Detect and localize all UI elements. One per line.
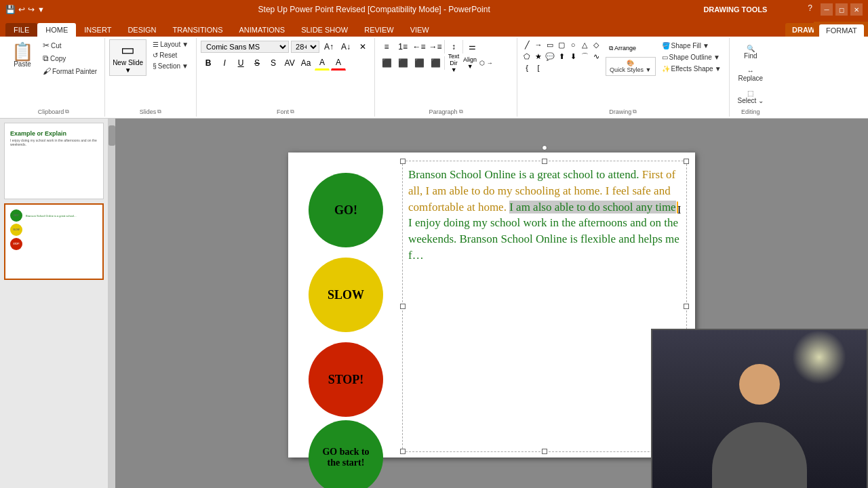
new-slide-button[interactable]: ▭ New Slide ▼ [109, 39, 146, 76]
decrease-font-size-button[interactable]: A↓ [338, 39, 353, 54]
undo-icon[interactable]: ↩ [18, 5, 25, 14]
shape-rect[interactable]: ▭ [545, 39, 555, 50]
bullets-button[interactable]: ≡ [379, 39, 394, 54]
font-family-select[interactable]: Comic Sans MS [201, 41, 289, 53]
format-painter-button[interactable]: 🖌 Format Painter [39, 65, 100, 77]
shape-effects-button[interactable]: ✨ Effects Shape ▼ [658, 64, 725, 74]
shape-round-rect[interactable]: ▢ [556, 39, 567, 50]
stop-circle[interactable]: STOP! [309, 342, 383, 417]
underline-button[interactable]: U [233, 56, 248, 70]
help-icon[interactable]: ? [808, 3, 812, 16]
numbering-button[interactable]: 1≡ [395, 39, 410, 54]
close-button[interactable]: ✕ [850, 3, 863, 16]
shape-fill-button[interactable]: 🪣 Shape Fill ▼ [658, 41, 725, 51]
paste-button[interactable]: 📋 Paste [7, 39, 38, 71]
shape-arrow[interactable]: → [533, 39, 544, 50]
new-slide-dropdown[interactable]: ▼ [125, 66, 132, 74]
shape-outline-button[interactable]: ▭ Shape Outline ▼ [658, 52, 725, 62]
drawing-expand-icon[interactable]: ⧉ [633, 108, 637, 115]
tab-animations[interactable]: ANIMATIONS [231, 23, 294, 37]
section-button[interactable]: § Section ▼ [149, 61, 192, 71]
slide-thumb-2[interactable]: GO! SLOW STOP! Branson School Online is … [4, 203, 104, 280]
increase-font-size-button[interactable]: A↑ [321, 39, 336, 54]
tab-home[interactable]: HOME [37, 23, 76, 37]
shape-triangle[interactable]: △ [579, 39, 590, 50]
text-shadow-button[interactable]: S [266, 56, 281, 70]
tab-slideshow[interactable]: SLIDE SHOW [293, 23, 356, 37]
italic-button[interactable]: I [217, 56, 232, 70]
shape-line[interactable]: ╱ [521, 39, 532, 50]
handle-top-left[interactable] [400, 159, 406, 164]
tab-file[interactable]: FILE [5, 23, 37, 37]
reset-button[interactable]: ↺ Reset [149, 50, 192, 60]
save-icon[interactable]: 💾 [5, 5, 16, 14]
cut-button[interactable]: Cut [39, 39, 100, 52]
font-color-button[interactable]: A [331, 56, 346, 70]
tab-view[interactable]: VIEW [402, 23, 437, 37]
shape-scroll-up[interactable]: ⬆ [556, 51, 567, 62]
handle-bottom-left[interactable] [400, 449, 406, 454]
slide-thumb-1[interactable]: Example or Explain I enjoy doing my scho… [4, 123, 104, 199]
bold-button[interactable]: B [201, 56, 216, 70]
increase-indent-button[interactable]: →≡ [428, 39, 443, 54]
shape-pentagon[interactable]: ⬠ [521, 51, 532, 62]
shape-bracket[interactable]: [ [533, 62, 544, 73]
window-controls[interactable]: ? ─ ◻ ✕ [808, 3, 863, 16]
shape-wave[interactable]: ∿ [591, 51, 601, 62]
tab-insert[interactable]: INSERT [76, 23, 119, 37]
columns-button[interactable]: ⚌ [465, 39, 479, 54]
justify-button[interactable]: ⬛ [428, 56, 443, 70]
rotation-handle[interactable] [542, 145, 547, 150]
handle-bottom-center[interactable] [542, 449, 547, 454]
align-right-button[interactable]: ⬛ [412, 56, 427, 70]
shape-star[interactable]: ★ [533, 51, 544, 62]
shape-arc[interactable]: ⌒ [579, 51, 590, 62]
shape-scroll-down[interactable]: ⬇ [568, 51, 578, 62]
slide-panel-scrollbar[interactable] [108, 119, 115, 488]
char-spacing-button[interactable]: AV [282, 56, 297, 70]
line-spacing-button[interactable]: ↕ [446, 39, 461, 54]
strikethrough-button[interactable]: S [250, 56, 264, 70]
align-left-button[interactable]: ⬛ [379, 56, 394, 70]
copy-button[interactable]: ⧉ Copy [39, 52, 100, 64]
select-button[interactable]: ⬚ Select ⌄ [734, 87, 768, 107]
align-text-button[interactable]: Align ▼ [462, 56, 477, 70]
slow-circle[interactable]: SLOW [309, 258, 383, 332]
tab-transitions[interactable]: TRANSITIONS [165, 23, 231, 37]
shape-callout[interactable]: 💬 [545, 51, 555, 62]
quick-access-toolbar[interactable]: 💾 ↩ ↪ ▼ [5, 5, 45, 14]
goback-circle[interactable]: GO back tothe start! [309, 420, 383, 488]
highlight-button[interactable]: A [315, 56, 330, 70]
layout-button[interactable]: ☰ Layout ▼ [149, 39, 192, 49]
canvas-area[interactable]: GO! SLOW STOP! GO back tothe start! [115, 119, 868, 488]
text-direction-button[interactable]: Text Dir ▼ [446, 56, 461, 70]
arrange-button[interactable]: ⧉ Arrange [606, 41, 639, 56]
handle-top-right[interactable] [684, 159, 689, 164]
decrease-indent-button[interactable]: ←≡ [412, 39, 427, 54]
tab-format[interactable]: FORMAT [819, 24, 864, 37]
handle-top-center[interactable] [542, 159, 547, 164]
slides-expand-icon[interactable]: ⧉ [157, 108, 161, 115]
shape-circle[interactable]: ○ [568, 39, 578, 50]
handle-middle-right[interactable] [684, 304, 689, 309]
tab-design[interactable]: DESIGN [119, 23, 164, 37]
convert-smartart-button[interactable]: ⬡ → [479, 56, 494, 70]
paragraph-expand-icon[interactable]: ⧉ [459, 108, 463, 115]
handle-middle-left[interactable] [400, 304, 406, 309]
find-button[interactable]: 🔍 Find [734, 42, 768, 62]
text-box-content[interactable]: Branson School Online is a great school … [403, 161, 686, 451]
restore-button[interactable]: ◻ [835, 3, 848, 16]
scroll-thumb[interactable] [108, 125, 115, 146]
more-icon[interactable]: ▼ [37, 5, 45, 14]
shape-diamond[interactable]: ◇ [591, 39, 601, 50]
redo-icon[interactable]: ↪ [28, 5, 35, 14]
clipboard-expand-icon[interactable]: ⧉ [65, 108, 69, 115]
align-center-button[interactable]: ⬛ [395, 56, 410, 70]
font-expand-icon[interactable]: ⧉ [290, 108, 294, 115]
slide-canvas[interactable]: GO! SLOW STOP! GO back tothe start! [288, 152, 695, 458]
font-size-select[interactable]: 28+ 28 36 [291, 41, 319, 53]
text-box-selection[interactable]: Branson School Online is a great school … [402, 161, 687, 452]
shape-brace[interactable]: { [521, 62, 532, 73]
quick-styles-button[interactable]: 🎨 Quick Styles ▼ [606, 57, 655, 76]
go-circle[interactable]: GO! [309, 173, 383, 247]
